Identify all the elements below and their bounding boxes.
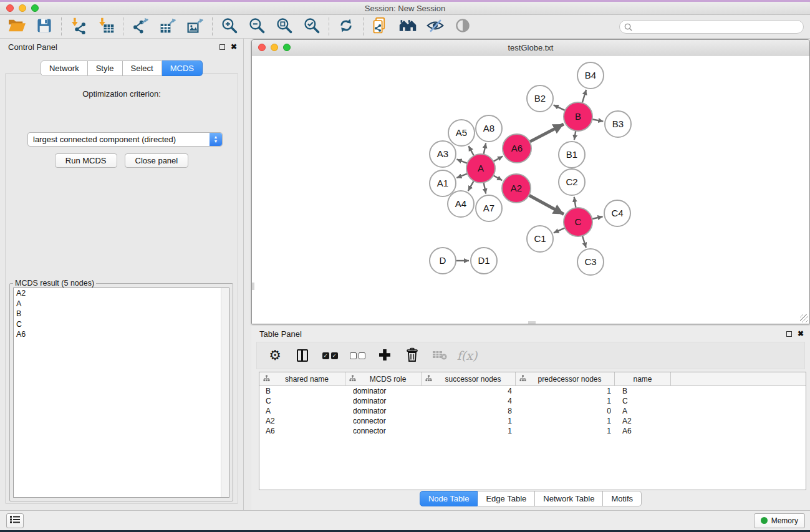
export-image-button[interactable] [184,17,206,37]
graph-node-A1[interactable]: A1 [430,170,456,196]
graph-node-A4[interactable]: A4 [448,191,474,217]
graph-node-C2[interactable]: C2 [559,169,585,195]
close-panel-button[interactable]: Close panel [125,153,189,168]
graph-edge-C-C3[interactable] [582,236,586,248]
network-canvas[interactable]: B4B2BB3A5A8A6A3B1AA1C2A2A4A7C4CC1DD1C3 [252,56,809,324]
table-row[interactable]: Bdominator41B [259,386,806,396]
table-row[interactable]: Adominator80A [259,406,806,416]
zoom-fit-button[interactable] [273,17,296,37]
canvas-hscroll-thumb[interactable] [528,321,536,324]
column-header-predecessor-nodes[interactable]: predecessor nodes [516,372,615,385]
graph-edge-A-A1[interactable] [456,173,467,178]
window-resize-handle[interactable] [800,314,808,322]
graph-edge-A2-C[interactable] [529,195,564,215]
graph-edge-B-B4[interactable] [582,90,586,103]
tab-network-table[interactable]: Network Table [535,491,603,506]
graph-node-A5[interactable]: A5 [448,120,475,146]
graph-node-A[interactable]: A [466,154,495,183]
open-file-button[interactable] [6,17,28,37]
graph-node-B[interactable]: B [564,102,592,131]
mcds-list-scrollbar[interactable] [221,288,229,497]
show-log-button[interactable] [6,513,24,528]
graph-node-B2[interactable]: B2 [527,85,553,112]
refresh-layout-button[interactable] [335,17,357,37]
graph-edge-A-A3[interactable] [456,159,467,163]
zoom-in-button[interactable] [218,17,241,37]
graph-edge-B-B2[interactable] [554,105,566,110]
float-panel-icon[interactable] [219,44,225,50]
graph-edge-A-A4[interactable] [468,181,474,191]
deselect-all-button[interactable] [348,346,367,365]
graph-node-D[interactable]: D [430,248,456,274]
table-row[interactable]: A2connector11A2 [259,416,806,426]
import-network-button[interactable] [67,17,90,37]
function-builder-button[interactable]: f(x) [458,346,476,365]
column-header-mcds-role[interactable]: MCDS role [345,372,422,385]
graph-edge-A-A2[interactable] [493,175,502,180]
show-columns-button[interactable] [293,346,312,365]
graph-node-A6[interactable]: A6 [503,134,531,163]
graph-node-B3[interactable]: B3 [605,111,631,137]
memory-button[interactable]: Memory [754,513,805,528]
column-header-shared-name[interactable]: shared name [259,372,345,385]
home-button[interactable] [397,17,419,37]
export-network-button[interactable] [129,17,152,37]
graph-node-C[interactable]: C [564,208,592,236]
save-session-button[interactable] [33,17,55,37]
graph-node-C1[interactable]: C1 [527,226,553,252]
tab-style[interactable]: Style [88,60,123,76]
graph-edge-A-A6[interactable] [493,157,503,162]
select-all-button[interactable]: ✓✓ [321,346,339,365]
close-table-panel-icon[interactable]: ✖ [798,330,804,337]
graph-node-C4[interactable]: C4 [604,200,630,226]
graph-node-B4[interactable]: B4 [577,62,604,89]
graph-edge-A6-B[interactable] [529,124,564,142]
add-column-button[interactable] [375,346,394,365]
graph-node-D1[interactable]: D1 [471,248,497,274]
tab-select[interactable]: Select [123,60,162,76]
new-network-from-selection-button[interactable] [369,17,392,37]
import-table-button[interactable] [95,17,117,37]
delete-table-button[interactable] [430,346,449,365]
table-row[interactable]: Cdominator41C [259,396,806,406]
graph-node-C3[interactable]: C3 [577,249,604,275]
canvas-vscroll-thumb[interactable] [252,283,254,290]
column-header-successor-nodes[interactable]: successor nodes [422,372,516,385]
graph-edge-B-B3[interactable] [592,119,604,121]
optimization-criterion-dropdown[interactable]: largest connected component (directed) ▲… [27,132,223,147]
float-table-panel-icon[interactable] [786,331,792,337]
graph-node-A3[interactable]: A3 [430,141,456,167]
table-row[interactable]: A6connector11A6 [259,426,806,436]
export-table-button[interactable] [157,17,179,37]
column-header-name[interactable]: name [615,372,671,385]
graph-node-A2[interactable]: A2 [502,174,531,203]
graph-node-A8[interactable]: A8 [476,115,502,142]
graph-edge-C-C2[interactable] [574,197,576,208]
graph-edge-A-A8[interactable] [484,143,486,155]
graph-edge-C-C1[interactable] [554,228,565,233]
graph-edge-A-A5[interactable] [468,146,474,156]
graph-node-A7[interactable]: A7 [476,195,502,221]
tab-edge-table[interactable]: Edge Table [478,491,535,506]
hide-details-button[interactable] [424,17,446,37]
show-details-button[interactable] [451,17,474,37]
mcds-result-item[interactable]: A [14,299,229,309]
tab-node-table[interactable]: Node Table [420,491,478,506]
delete-button[interactable] [403,346,422,365]
graph-edge-B-B1[interactable] [574,131,576,140]
mcds-result-item[interactable]: C [14,319,229,330]
tab-mcds[interactable]: MCDS [162,60,203,76]
mcds-result-item[interactable]: A6 [14,329,229,340]
tab-network[interactable]: Network [41,60,88,76]
close-panel-icon[interactable]: ✖ [231,43,237,51]
zoom-selected-button[interactable] [301,17,323,37]
search-input[interactable] [619,20,804,34]
graph-node-B1[interactable]: B1 [559,142,585,168]
run-mcds-button[interactable]: Run MCDS [55,153,117,168]
table-settings-button[interactable]: ⚙ [266,346,284,365]
tab-motifs[interactable]: Motifs [603,491,642,506]
graph-edge-A-A7[interactable] [484,183,486,194]
zoom-out-button[interactable] [246,17,268,37]
mcds-result-item[interactable]: A2 [14,288,229,299]
graph-edge-C-C4[interactable] [592,216,602,219]
